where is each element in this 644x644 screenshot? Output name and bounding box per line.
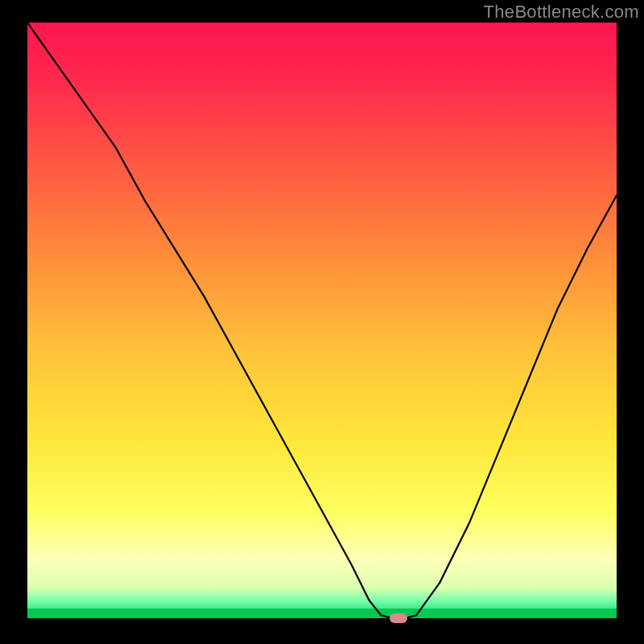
chart-container: TheBottleneck.com — [0, 0, 644, 644]
plot-area — [27, 23, 617, 618]
optimal-marker — [390, 613, 407, 623]
bottleneck-curve — [27, 23, 617, 618]
watermark-text: TheBottleneck.com — [484, 2, 639, 23]
